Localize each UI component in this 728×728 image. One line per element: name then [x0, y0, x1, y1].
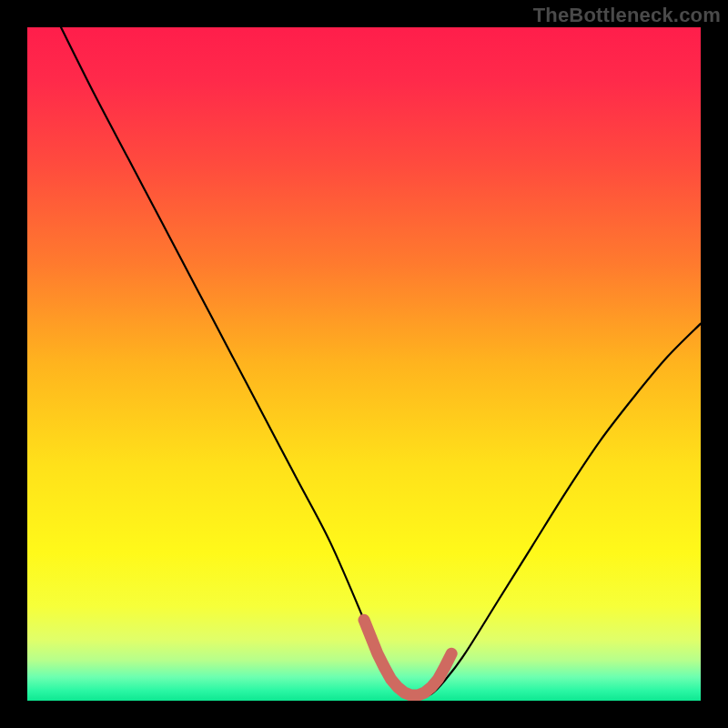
watermark-text: TheBottleneck.com	[533, 4, 721, 27]
plot-area	[27, 27, 701, 701]
chart-frame: TheBottleneck.com	[0, 0, 728, 728]
gradient-background	[27, 27, 701, 701]
bottleneck-chart	[27, 27, 701, 701]
